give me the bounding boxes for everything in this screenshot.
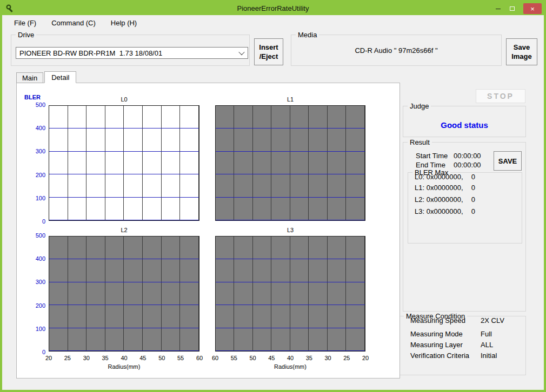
save-image-button[interactable]: Save Image xyxy=(506,38,537,65)
drive-combobox-value: PIONEER BD-RW BDR-PR1M 1.73 18/08/01 xyxy=(16,49,236,57)
x-tick: 35 xyxy=(304,355,314,361)
bler-max-l3-label: L3: 0x0000000, xyxy=(415,207,463,215)
x-tick: 30 xyxy=(82,355,91,361)
measuring-layer-row: Measuring Layer ALL xyxy=(410,341,521,349)
x-tick: 50 xyxy=(248,355,258,361)
app-window: PioneerErrorRateUtility × File (F) Comma… xyxy=(0,0,546,392)
chevron-down-icon xyxy=(236,51,248,55)
chart-title-l0: L0 xyxy=(49,96,199,103)
x-axis-label-l2: Radius(mm) xyxy=(49,363,199,370)
measuring-speed-value: 2X CLV xyxy=(481,316,504,325)
drive-group: Drive PIONEER BD-RW BDR-PR1M 1.73 18/08/… xyxy=(11,35,250,66)
chart-l1 xyxy=(215,105,365,221)
y-tick: 400 xyxy=(28,255,45,262)
judge-group-label: Judge xyxy=(408,102,431,110)
tab-bar: Main Detail xyxy=(16,71,77,83)
save-button-label: SAVE xyxy=(498,157,517,165)
judge-status: Good status xyxy=(403,120,525,130)
x-tick: 25 xyxy=(342,355,351,361)
bler-max-l1-value: 0 xyxy=(471,184,475,192)
media-group-label: Media xyxy=(296,31,319,39)
y-tick: 200 xyxy=(28,172,45,178)
measuring-mode-label: Measuring Mode xyxy=(410,330,463,338)
end-time-label: End Time xyxy=(416,161,445,169)
drive-combobox[interactable]: PIONEER BD-RW BDR-PR1M 1.73 18/08/01 xyxy=(16,47,248,59)
insert-eject-line1: Insert xyxy=(259,43,278,52)
stop-button-label: STOP xyxy=(487,92,514,100)
y-tick: 0 xyxy=(28,218,45,225)
close-button[interactable]: × xyxy=(523,3,542,14)
y-tick: 400 xyxy=(28,125,45,131)
chart-l2 xyxy=(49,236,199,352)
bler-max-l0-value: 0 xyxy=(471,173,475,181)
save-button[interactable]: SAVE xyxy=(494,151,522,171)
titlebar[interactable]: PioneerErrorRateUtility × xyxy=(2,2,544,15)
x-tick: 30 xyxy=(323,355,333,361)
bler-max-l1-label: L1: 0x0000000, xyxy=(415,184,463,192)
x-tick: 45 xyxy=(138,355,148,361)
bler-max-group: BLER Max L0: 0x0000000, 0 L1: 0x0000000,… xyxy=(408,172,522,244)
menu-file[interactable]: File (F) xyxy=(12,18,38,28)
chart-title-l2: L2 xyxy=(49,227,199,233)
y-tick: 300 xyxy=(28,279,45,285)
minimize-icon xyxy=(496,9,501,9)
x-tick: 45 xyxy=(267,355,276,361)
bler-max-row-l2: L2: 0x0000000, 0 xyxy=(415,195,475,204)
bler-max-l2-value: 0 xyxy=(471,195,475,204)
measuring-mode-value: Full xyxy=(481,330,492,338)
measuring-mode-row: Measuring Mode Full xyxy=(410,330,521,338)
bler-max-row-l1: L1: 0x0000000, 0 xyxy=(415,184,475,192)
bler-max-row-l0: L0: 0x0000000, 0 xyxy=(415,173,475,181)
result-group-label: Result xyxy=(408,138,432,146)
judge-group: Judge Good status xyxy=(403,106,526,137)
measuring-layer-label: Measuring Layer xyxy=(410,341,463,349)
save-image-line2: Image xyxy=(511,52,532,61)
y-axis-title: BLER xyxy=(24,94,41,100)
y-tick: 500 xyxy=(28,232,45,239)
window-title: PioneerErrorRateUtility xyxy=(2,4,544,12)
start-time-value: 00:00:00 xyxy=(454,152,481,160)
y-tick: 200 xyxy=(28,302,45,309)
result-group: Result Start Time 00:00:00 End Time 00:0… xyxy=(403,142,526,312)
x-tick: 20 xyxy=(361,355,370,361)
x-axis-l2: 20 25 30 35 40 45 50 55 60 xyxy=(44,355,204,361)
verification-criteria-value: Initial xyxy=(481,352,497,360)
menubar: File (F) Command (C) Help (H) xyxy=(2,15,544,30)
insert-eject-button[interactable]: Insert /Eject xyxy=(254,38,283,65)
maximize-icon xyxy=(510,6,515,11)
end-time-value: 00:00:00 xyxy=(454,161,481,169)
x-tick: 55 xyxy=(229,355,239,361)
verification-criteria-label: Verification Criteria xyxy=(410,352,469,360)
x-tick: 25 xyxy=(63,355,72,361)
y-axis-bottom-row: 500 400 300 200 100 0 xyxy=(28,232,45,355)
stop-button[interactable]: STOP xyxy=(476,89,525,103)
close-icon: × xyxy=(530,5,535,13)
x-tick: 55 xyxy=(176,355,185,361)
x-axis-l3: 60 55 50 45 40 35 30 25 20 xyxy=(210,355,370,361)
chart-title-l3: L3 xyxy=(215,227,365,233)
menu-help[interactable]: Help (H) xyxy=(109,18,139,28)
start-time-label: Start Time xyxy=(416,152,448,160)
drive-group-label: Drive xyxy=(16,31,36,39)
x-tick: 35 xyxy=(101,355,110,361)
bler-max-l0-label: L0: 0x0000000, xyxy=(415,173,463,181)
measuring-speed-row: Measuring Speed 2X CLV xyxy=(410,316,521,325)
tab-main[interactable]: Main xyxy=(16,72,43,83)
y-tick: 100 xyxy=(28,195,45,201)
bler-max-l3-value: 0 xyxy=(471,207,475,215)
x-tick: 50 xyxy=(157,355,167,361)
minimize-button[interactable] xyxy=(491,3,505,14)
menu-command[interactable]: Command (C) xyxy=(49,18,98,28)
chart-l3 xyxy=(215,236,365,352)
x-tick: 20 xyxy=(44,355,54,361)
tab-detail[interactable]: Detail xyxy=(44,71,76,83)
y-axis-top-row: 500 400 300 200 100 0 xyxy=(28,102,45,225)
media-value: CD-R Audio " 97m26s66f " xyxy=(355,46,437,55)
save-image-line1: Save xyxy=(514,43,530,52)
chart-l0 xyxy=(49,105,199,221)
x-axis-label-l3: Radius(mm) xyxy=(215,363,365,370)
y-tick: 300 xyxy=(28,148,45,154)
x-tick: 40 xyxy=(285,355,295,361)
chart-title-l1: L1 xyxy=(215,96,365,103)
maximize-button[interactable] xyxy=(505,3,519,14)
